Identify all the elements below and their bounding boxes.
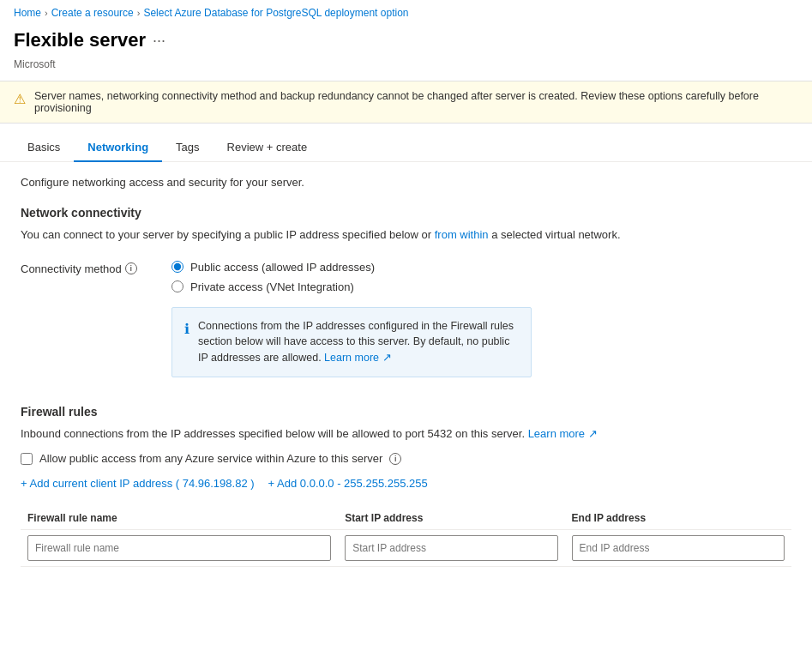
allow-azure-services-checkbox[interactable] [21,453,33,465]
firewall-description: Inbound connections from the IP addresse… [21,425,791,443]
breadcrumb: Home › Create a resource › Select Azure … [0,0,812,26]
allow-azure-services-label: Allow public access from any Azure servi… [39,452,382,465]
warning-text: Server names, networking connectivity me… [34,90,798,114]
start-ip-input[interactable] [345,535,557,561]
tab-bar: Basics Networking Tags Review + create [0,124,812,162]
breadcrumb-sep-1: › [45,8,48,18]
page-title: Flexible server [14,29,146,51]
content-area: Configure networking access and security… [0,162,812,581]
firewall-rules-section: Firewall rules Inbound connections from … [21,405,791,568]
page-header: Flexible server ··· [0,26,812,58]
add-all-ip-link[interactable]: + Add 0.0.0.0 - 255.255.255.255 [268,477,428,490]
connectivity-method-label: Connectivity method i [21,261,158,275]
end-ip-input[interactable] [572,535,785,561]
col-header-end-ip: End IP address [565,507,791,530]
private-access-option[interactable]: Private access (VNet Integration) [171,280,375,293]
info-box-content: Connections from the IP addresses config… [198,318,519,366]
firewall-rules-table: Firewall rule name Start IP address End … [21,507,791,567]
learn-more-external-icon: ↗ [379,352,391,364]
add-client-ip-link[interactable]: + Add current client IP address ( 74.96.… [21,477,255,490]
warning-icon: ⚠ [14,91,26,107]
info-box-icon: ℹ [184,319,189,340]
breadcrumb-select-deployment[interactable]: Select Azure Database for PostgreSQL dep… [143,7,408,19]
public-access-label: Public access (allowed IP addresses) [190,261,375,274]
col-header-start-ip: Start IP address [338,507,564,530]
firewall-rule-name-input[interactable] [27,535,331,561]
firewall-rule-row-1 [21,530,791,567]
private-access-label: Private access (VNet Integration) [190,280,354,293]
allow-azure-services-row: Allow public access from any Azure servi… [21,452,791,465]
networking-description: Configure networking access and security… [21,176,791,189]
tab-tags[interactable]: Tags [162,134,213,162]
col-header-name: Firewall rule name [21,507,338,530]
public-access-option[interactable]: Public access (allowed IP addresses) [171,261,375,274]
public-access-radio[interactable] [171,261,183,273]
connectivity-info-box: ℹ Connections from the IP addresses conf… [171,307,532,377]
connectivity-learn-more-link[interactable]: Learn more ↗ [324,352,391,364]
tab-networking[interactable]: Networking [74,134,162,162]
private-access-radio[interactable] [171,280,183,292]
allow-azure-services-info-icon[interactable]: i [389,453,401,465]
network-connectivity-section: Network connectivity You can connect to … [21,206,791,377]
add-ip-links: + Add current client IP address ( 74.96.… [21,477,791,490]
tab-basics[interactable]: Basics [14,134,74,162]
more-options-button[interactable]: ··· [153,32,165,50]
connectivity-subtext: You can connect to your server by specif… [21,226,791,244]
breadcrumb-home[interactable]: Home [14,7,41,19]
firewall-learn-more-link[interactable]: Learn more ↗ [528,427,598,440]
page-subtitle: Microsoft [0,58,812,81]
breadcrumb-sep-2: › [137,8,141,18]
firewall-rules-heading: Firewall rules [21,405,791,419]
firewall-learn-more-icon: ↗ [585,427,598,440]
connectivity-heading: Network connectivity [21,206,791,220]
breadcrumb-create-resource[interactable]: Create a resource [51,7,134,19]
tab-review-create[interactable]: Review + create [214,134,322,162]
connectivity-method-info-icon[interactable]: i [125,262,137,274]
connectivity-method-row: Connectivity method i Public access (all… [21,261,791,293]
warning-banner: ⚠ Server names, networking connectivity … [0,81,812,124]
connectivity-radio-group: Public access (allowed IP addresses) Pri… [171,261,375,293]
